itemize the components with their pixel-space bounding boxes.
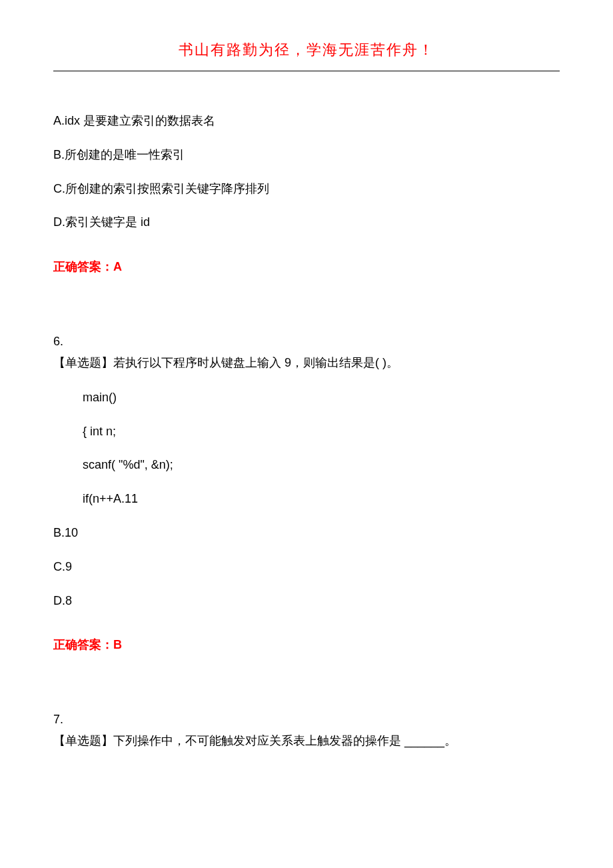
q6-code-line-2: { int n; (53, 422, 560, 441)
q6-code-line-3: scanf( "%d", &n); (53, 455, 560, 475)
q5-correct-answer: 正确答案：A (53, 259, 560, 275)
q6-stem: 【单选题】若执行以下程序时从键盘上输入 9，则输出结果是( )。 (53, 353, 560, 373)
q7-number: 7. (53, 713, 560, 727)
q6-code-line-4: if(n++A.11 (53, 489, 560, 509)
q5-option-c: C.所创建的索引按照索引关键字降序排列 (53, 179, 560, 199)
q5-option-a: A.idx 是要建立索引的数据表名 (53, 111, 560, 131)
q5-option-b: B.所创建的是唯一性索引 (53, 145, 560, 165)
q7-stem: 【单选题】下列操作中，不可能触发对应关系表上触发器的操作是 ______。 (53, 731, 560, 751)
page-body: 书山有路勤为径，学海无涯苦作舟！ A.idx 是要建立索引的数据表名 B.所创建… (0, 0, 613, 751)
q6-number: 6. (53, 335, 560, 349)
q6-option-d: D.8 (53, 591, 560, 611)
q6-option-b: B.10 (53, 523, 560, 543)
q6-option-c: C.9 (53, 557, 560, 577)
q6-code-line-1: main() (53, 388, 560, 407)
page-header-motto: 书山有路勤为径，学海无涯苦作舟！ (53, 40, 560, 71)
q5-option-d: D.索引关键字是 id (53, 213, 560, 232)
q6-correct-answer: 正确答案：B (53, 637, 560, 653)
